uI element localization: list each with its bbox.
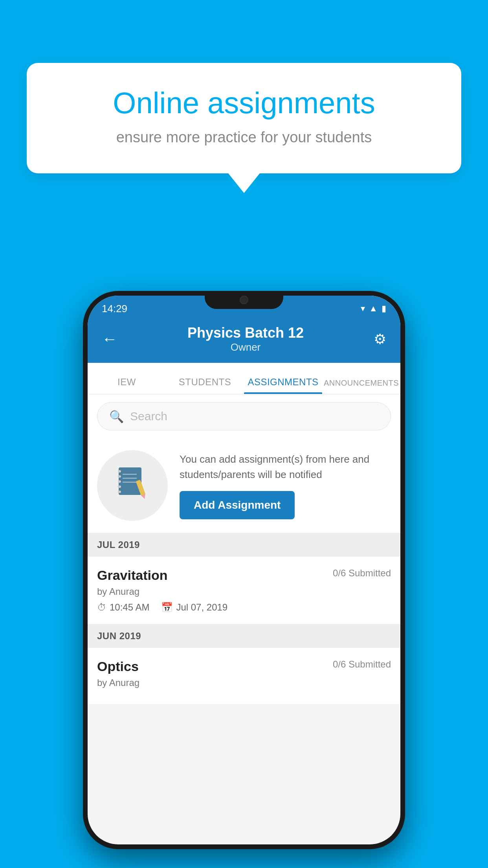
header-subtitle: Owner [187, 341, 304, 353]
speech-bubble: Online assignments ensure more practice … [27, 63, 461, 173]
promo-content: You can add assignment(s) from here and … [180, 452, 391, 519]
meta-date-gravitation: 📅 Jul 07, 2019 [161, 602, 227, 613]
signal-icon: ▲ [369, 303, 378, 314]
tab-bar: IEW STUDENTS ASSIGNMENTS ANNOUNCEMENTS [88, 363, 400, 394]
svg-rect-6 [123, 474, 137, 475]
meta-time-gravitation: ⏱ 10:45 AM [97, 602, 149, 613]
tab-students[interactable]: STUDENTS [166, 377, 244, 394]
svg-rect-8 [123, 482, 137, 483]
speech-bubble-title: Online assignments [58, 86, 430, 120]
speech-bubble-arrow [228, 173, 260, 193]
battery-icon: ▮ [382, 303, 386, 314]
section-header-jul: JUL 2019 [88, 533, 400, 557]
clock-icon: ⏱ [97, 602, 106, 613]
phone-screen: 14:29 ▾ ▲ ▮ ← Physics Batch 12 Owner ⚙ [88, 296, 400, 844]
assignment-title-gravitation: Gravitation [97, 568, 167, 583]
svg-rect-4 [118, 485, 121, 488]
wifi-icon: ▾ [361, 303, 365, 314]
speech-bubble-subtitle: ensure more practice for your students [58, 129, 430, 146]
svg-rect-3 [118, 480, 121, 483]
header-title: Physics Batch 12 [187, 325, 304, 341]
svg-rect-7 [123, 478, 137, 479]
back-button[interactable]: ← [102, 330, 117, 348]
status-time: 14:29 [102, 303, 127, 315]
header-center: Physics Batch 12 Owner [187, 325, 304, 353]
assignment-row-top-optics: Optics 0/6 Submitted [97, 659, 391, 674]
promo-section: You can add assignment(s) from here and … [88, 438, 400, 533]
search-container: 🔍 Search [88, 394, 400, 438]
svg-rect-5 [118, 491, 121, 493]
assignment-by-gravitation: by Anurag [97, 586, 391, 597]
svg-rect-2 [118, 475, 121, 478]
assignment-meta-gravitation: ⏱ 10:45 AM 📅 Jul 07, 2019 [97, 602, 391, 613]
search-bar[interactable]: 🔍 Search [97, 402, 391, 430]
add-assignment-button[interactable]: Add Assignment [180, 491, 295, 519]
assignment-submitted-gravitation: 0/6 Submitted [333, 568, 391, 579]
assignment-submitted-optics: 0/6 Submitted [333, 659, 391, 670]
tab-announcements[interactable]: ANNOUNCEMENTS [322, 379, 400, 394]
settings-icon[interactable]: ⚙ [374, 331, 386, 348]
search-icon: 🔍 [109, 410, 124, 423]
svg-rect-1 [118, 470, 121, 473]
speech-bubble-container: Online assignments ensure more practice … [27, 63, 461, 193]
app-header: ← Physics Batch 12 Owner ⚙ [88, 318, 400, 363]
notebook-icon [115, 464, 150, 507]
phone-mockup: 14:29 ▾ ▲ ▮ ← Physics Batch 12 Owner ⚙ [83, 291, 405, 849]
phone-camera [240, 296, 248, 304]
content-area: 🔍 Search [88, 394, 400, 704]
assignment-title-optics: Optics [97, 659, 139, 674]
promo-text: You can add assignment(s) from here and … [180, 452, 391, 482]
phone-notch [205, 291, 283, 309]
assignment-row-top: Gravitation 0/6 Submitted [97, 568, 391, 583]
calendar-icon: 📅 [161, 602, 173, 613]
tab-iew[interactable]: IEW [88, 377, 166, 394]
promo-icon-circle [97, 450, 168, 521]
assignment-item-gravitation[interactable]: Gravitation 0/6 Submitted by Anurag ⏱ 10… [88, 557, 400, 624]
section-header-jun: JUN 2019 [88, 624, 400, 648]
assignment-by-optics: by Anurag [97, 677, 391, 688]
assignment-item-optics[interactable]: Optics 0/6 Submitted by Anurag [88, 648, 400, 704]
status-icons: ▾ ▲ ▮ [361, 303, 386, 314]
tab-assignments[interactable]: ASSIGNMENTS [244, 377, 322, 394]
phone-frame: 14:29 ▾ ▲ ▮ ← Physics Batch 12 Owner ⚙ [83, 291, 405, 849]
search-placeholder: Search [130, 410, 167, 423]
